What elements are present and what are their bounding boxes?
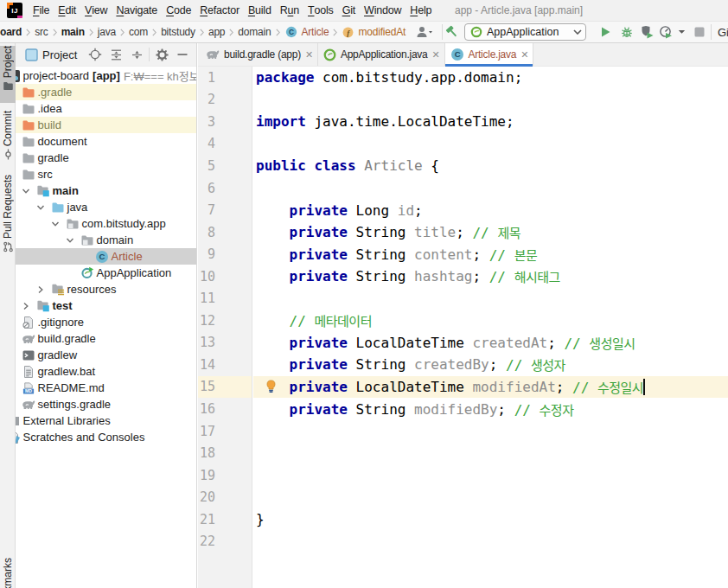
tree-label: gradlew [38, 348, 78, 361]
line-number-1: 1 [198, 67, 252, 89]
debug-button[interactable] [616, 22, 636, 42]
tree-label-extra: F:₩=== kh정보교육 [124, 67, 197, 84]
chevron-expanded-icon[interactable] [63, 236, 80, 245]
hide-panel-button[interactable] [172, 45, 193, 64]
tree-row-scratches-and-consoles[interactable]: Scratches and Consoles [16, 429, 196, 445]
close-icon[interactable]: ✕ [520, 50, 528, 60]
tree-row-src[interactable]: src [16, 166, 196, 182]
tree-row-domain[interactable]: domain [16, 232, 196, 248]
run-icon [599, 26, 611, 38]
panel-settings-button[interactable] [151, 45, 172, 64]
tree-row-gradle[interactable]: gradle [16, 150, 196, 166]
tab-article-java[interactable]: CArticle.java✕ [445, 43, 534, 66]
code-line-14: private String createdBy; // 생성자 [253, 354, 728, 376]
stop-button[interactable] [688, 22, 711, 42]
line-number-13: 13 [198, 332, 252, 355]
tree-row-idea[interactable]: .idea [16, 100, 196, 117]
tree-row-gradlew-bat[interactable]: gradlew.bat [16, 363, 196, 380]
coverage-icon [640, 25, 654, 39]
tree-row-project-board[interactable]: project-board[app]F:₩=== kh정보교육 [16, 67, 196, 84]
menu-git[interactable]: Git [338, 0, 360, 21]
tree-row-gradlew[interactable]: gradlew [16, 347, 196, 363]
line-number-6: 6 [198, 177, 252, 200]
tree-row-gradle[interactable]: .gradle [16, 84, 196, 100]
tree-row-main[interactable]: main [16, 182, 196, 199]
chevron-expanded-icon[interactable] [19, 187, 36, 195]
menu-refactor[interactable]: Refactor [195, 0, 244, 21]
profiler-button[interactable] [656, 22, 675, 42]
tree-row-settings-gradle[interactable]: settings.gradle [16, 396, 196, 412]
file-text-icon [22, 365, 35, 379]
menu-build[interactable]: Build [244, 0, 276, 21]
profiler-dropdown[interactable] [675, 22, 687, 42]
editor-code-area[interactable]: package com.bitstudy.app.domain;import j… [253, 67, 728, 588]
collapse-all-button[interactable] [126, 45, 147, 64]
tree-row-gitignore[interactable]: .gitignore [16, 314, 196, 330]
menu-view[interactable]: View [80, 0, 112, 21]
tree-label-extra: [app] [93, 69, 120, 82]
hammer-icon [444, 24, 460, 40]
expand-all-button[interactable] [105, 45, 126, 64]
window-title: app - Article.java [app.main] [455, 0, 583, 21]
tool-button-commit[interactable]: Commit [0, 111, 16, 169]
tree-row-com-bitstudy-app[interactable]: com.bitstudy.app [16, 215, 196, 232]
tool-button-pull-requests[interactable]: Pull Requests [0, 175, 16, 270]
folder-src-icon [36, 299, 50, 313]
tool-button-project[interactable]: Project [0, 46, 16, 103]
menu-navigate[interactable]: Navigate [112, 0, 162, 21]
tree-row-appapplication[interactable]: AppApplication [16, 265, 196, 281]
tree-row-resources[interactable]: resources [16, 281, 196, 297]
tree-row-java[interactable]: java [16, 199, 196, 215]
code-line-2 [253, 89, 728, 112]
toolbar-separator [711, 24, 712, 40]
svg-text:C: C [454, 49, 460, 59]
menu-window[interactable]: Window [360, 0, 406, 21]
tree-row-test[interactable]: test [16, 297, 196, 314]
run-with-coverage-button[interactable] [636, 22, 657, 42]
menu-code[interactable]: Code [162, 0, 195, 21]
tree-row-build-gradle[interactable]: build.gradle [16, 330, 196, 347]
chevron-collapsed-icon[interactable] [34, 285, 51, 294]
project-tree: project-board[app]F:₩=== kh정보교육.gradle.i… [16, 67, 196, 445]
folder-icon [22, 151, 35, 165]
tree-label: gradlew.bat [38, 365, 96, 378]
menu-help[interactable]: Help [406, 0, 436, 21]
run-configuration-select[interactable]: AppApplication [464, 23, 586, 41]
line-number-16: 16 [198, 398, 252, 420]
gear-icon [156, 48, 169, 61]
tab-appapplication-java[interactable]: AppApplication.java✕ [318, 43, 445, 66]
chevron-expanded-icon[interactable] [48, 220, 66, 228]
git-branch-widget[interactable]: Gi [718, 26, 728, 39]
tool-button-bookmarks[interactable]: kmarks [0, 558, 16, 588]
tree-row-readme-md[interactable]: MDREADME.md [16, 380, 196, 396]
run-button[interactable] [595, 22, 616, 42]
folder-orange-icon [22, 118, 35, 132]
tool-button-label: Pull Requests [0, 175, 16, 239]
menu-file[interactable]: File [29, 0, 54, 21]
gradle-icon [206, 48, 220, 61]
gradle-icon [22, 332, 35, 346]
tree-row-document[interactable]: document [16, 133, 196, 150]
tree-row-external-libraries[interactable]: External Libraries [16, 412, 196, 429]
project-tool-window: Project project-board[app]F:₩=== kh정보교육.… [16, 43, 197, 588]
chevron-collapsed-icon[interactable] [19, 302, 36, 310]
tab-label: AppApplication.java [341, 48, 428, 61]
user-account-button[interactable] [415, 22, 434, 42]
select-opened-file-button[interactable] [85, 45, 105, 64]
tree-row-build[interactable]: build [16, 117, 196, 133]
menu-tools[interactable]: Tools [303, 0, 338, 21]
close-icon[interactable]: ✕ [432, 50, 440, 60]
code-line-1: package com.bitstudy.app.domain; [253, 67, 728, 89]
menu-edit[interactable]: Edit [54, 0, 80, 21]
close-icon[interactable]: ✕ [305, 50, 313, 60]
tree-row-article[interactable]: CArticle [16, 248, 196, 265]
menu-run[interactable]: Run [276, 0, 303, 21]
package-icon [66, 217, 80, 231]
line-number-19: 19 [198, 464, 252, 487]
intention-bulb-icon[interactable] [265, 380, 278, 394]
tree-label: Article [112, 250, 143, 263]
build-hammer-button[interactable] [444, 22, 460, 42]
tab-build-gradle-app[interactable]: build.gradle (app)✕ [201, 43, 318, 66]
chevron-expanded-icon[interactable] [34, 203, 51, 212]
code-line-16: private String modifiedBy; // 수정자 [253, 398, 728, 420]
